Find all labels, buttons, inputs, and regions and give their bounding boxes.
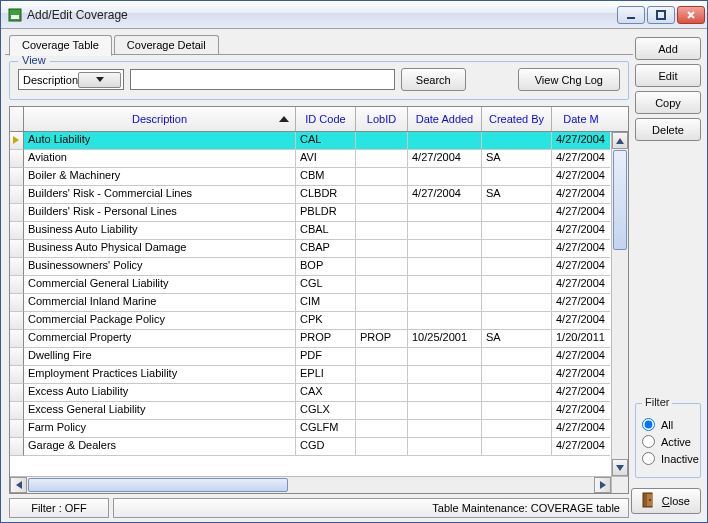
cell-created_by xyxy=(482,312,552,330)
col-created-by[interactable]: Created By xyxy=(482,107,552,131)
cell-id: PROP xyxy=(296,330,356,348)
copy-button[interactable]: Copy xyxy=(635,91,701,114)
cell-desc: Garage & Dealers xyxy=(24,438,296,456)
status-bar: Filter : OFF Table Maintenance: COVERAGE… xyxy=(9,498,629,518)
cell-desc: Aviation xyxy=(24,150,296,168)
window-frame: Add/Edit Coverage Coverage Table Coverag… xyxy=(0,0,708,523)
edit-button[interactable]: Edit xyxy=(635,64,701,87)
cell-date_added xyxy=(408,222,482,240)
col-date-added[interactable]: Date Added xyxy=(408,107,482,131)
vscroll-thumb[interactable] xyxy=(613,150,627,250)
table-row[interactable]: Farm PolicyCGLFM4/27/2004 xyxy=(10,420,628,438)
cell-desc: Builders' Risk - Commercial Lines xyxy=(24,186,296,204)
row-header[interactable] xyxy=(10,186,24,204)
col-description[interactable]: Description xyxy=(24,107,296,131)
cell-id: AVI xyxy=(296,150,356,168)
table-row[interactable]: Excess General LiabilityCGLX4/27/2004 xyxy=(10,402,628,420)
cell-created_by xyxy=(482,258,552,276)
table-row[interactable]: Boiler & MachineryCBM4/27/2004 xyxy=(10,168,628,186)
cell-created_by xyxy=(482,294,552,312)
hscroll-thumb[interactable] xyxy=(28,478,288,492)
row-header[interactable] xyxy=(10,276,24,294)
cell-date_added xyxy=(408,312,482,330)
filter-inactive-radio[interactable]: Inactive xyxy=(642,452,694,465)
svg-point-6 xyxy=(649,499,651,501)
cell-desc: Auto Liability xyxy=(24,132,296,150)
table-row[interactable]: Builders' Risk - Personal LinesPBLDR4/27… xyxy=(10,204,628,222)
add-button[interactable]: Add xyxy=(635,37,701,60)
filter-status: Filter : OFF xyxy=(9,498,109,518)
cell-lob xyxy=(356,366,408,384)
cell-id: CBAP xyxy=(296,240,356,258)
row-header[interactable] xyxy=(10,258,24,276)
row-header[interactable] xyxy=(10,294,24,312)
filter-active-radio[interactable]: Active xyxy=(642,435,694,448)
scroll-down-icon[interactable] xyxy=(612,459,628,476)
col-lobid[interactable]: LobID xyxy=(356,107,408,131)
tab-coverage-table[interactable]: Coverage Table xyxy=(9,35,112,56)
row-header[interactable] xyxy=(10,222,24,240)
delete-button[interactable]: Delete xyxy=(635,118,701,141)
row-header[interactable] xyxy=(10,402,24,420)
close-window-button[interactable] xyxy=(677,6,705,24)
view-chg-log-button[interactable]: View Chg Log xyxy=(518,68,620,91)
row-header[interactable] xyxy=(10,348,24,366)
row-header[interactable] xyxy=(10,366,24,384)
table-row[interactable]: Garage & DealersCGD4/27/2004 xyxy=(10,438,628,456)
row-header[interactable] xyxy=(10,330,24,348)
table-row[interactable]: Business Auto LiabilityCBAL4/27/2004 xyxy=(10,222,628,240)
scroll-right-icon[interactable] xyxy=(594,477,611,493)
horizontal-scrollbar[interactable] xyxy=(10,477,611,493)
scroll-left-icon[interactable] xyxy=(10,477,27,493)
row-header[interactable] xyxy=(10,420,24,438)
search-input[interactable] xyxy=(130,69,395,90)
svg-rect-3 xyxy=(657,11,665,19)
cell-lob xyxy=(356,204,408,222)
table-row[interactable]: Excess Auto LiabilityCAX4/27/2004 xyxy=(10,384,628,402)
row-header[interactable] xyxy=(10,384,24,402)
table-row[interactable]: Dwelling FirePDF4/27/2004 xyxy=(10,348,628,366)
row-header[interactable] xyxy=(10,150,24,168)
cell-date_m: 4/27/2004 xyxy=(552,348,610,366)
window-controls xyxy=(617,6,705,24)
vertical-scrollbar[interactable] xyxy=(611,132,628,476)
door-icon xyxy=(642,492,656,510)
cell-id: CAX xyxy=(296,384,356,402)
table-row[interactable]: Commercial PropertyPROPPROP10/25/2001SA1… xyxy=(10,330,628,348)
row-header[interactable] xyxy=(10,240,24,258)
maximize-button[interactable] xyxy=(647,6,675,24)
view-field-combo[interactable]: Description xyxy=(18,69,124,90)
search-button[interactable]: Search xyxy=(401,68,466,91)
window-title: Add/Edit Coverage xyxy=(27,8,617,22)
table-row[interactable]: Businessowners' PolicyBOP4/27/2004 xyxy=(10,258,628,276)
cell-id: CGLX xyxy=(296,402,356,420)
cell-date_m: 4/27/2004 xyxy=(552,294,610,312)
row-header[interactable] xyxy=(10,168,24,186)
cell-date_m: 4/27/2004 xyxy=(552,168,610,186)
table-row[interactable]: AviationAVI4/27/2004SA4/27/2004 xyxy=(10,150,628,168)
cell-created_by xyxy=(482,348,552,366)
row-header[interactable] xyxy=(10,438,24,456)
view-field-value: Description xyxy=(23,74,78,86)
row-header[interactable] xyxy=(10,204,24,222)
table-row[interactable]: Commercial General LiabilityCGL4/27/2004 xyxy=(10,276,628,294)
row-header[interactable] xyxy=(10,312,24,330)
filter-all-radio[interactable]: All xyxy=(642,418,694,431)
col-date-m[interactable]: Date M xyxy=(552,107,610,131)
table-row[interactable]: Employment Practices LiabilityEPLI4/27/2… xyxy=(10,366,628,384)
close-button[interactable]: Close xyxy=(631,488,701,514)
minimize-button[interactable] xyxy=(617,6,645,24)
table-row[interactable]: Business Auto Physical DamageCBAP4/27/20… xyxy=(10,240,628,258)
scroll-up-icon[interactable] xyxy=(612,132,628,149)
table-row[interactable]: Auto LiabilityCAL4/27/2004 xyxy=(10,132,628,150)
side-panel: Add Edit Copy Delete Filter All Active I… xyxy=(633,33,707,518)
row-header[interactable] xyxy=(10,132,24,150)
table-row[interactable]: Builders' Risk - Commercial LinesCLBDR4/… xyxy=(10,186,628,204)
table-row[interactable]: Commercial Inland MarineCIM4/27/2004 xyxy=(10,294,628,312)
col-id-code[interactable]: ID Code xyxy=(296,107,356,131)
cell-lob xyxy=(356,438,408,456)
tab-coverage-detail[interactable]: Coverage Detail xyxy=(114,35,219,55)
cell-lob xyxy=(356,294,408,312)
cell-desc: Business Auto Liability xyxy=(24,222,296,240)
table-row[interactable]: Commercial Package PolicyCPK4/27/2004 xyxy=(10,312,628,330)
